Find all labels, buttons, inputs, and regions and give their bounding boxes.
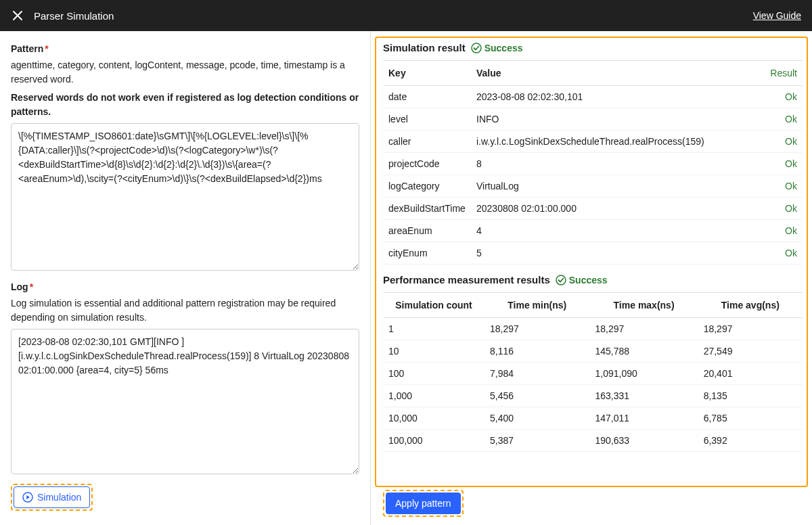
cell-key: cityEnum <box>383 242 471 265</box>
cell-min: 7,984 <box>484 363 589 385</box>
table-row: 1007,9841,091,09020,401 <box>383 363 803 385</box>
cell-count: 1,000 <box>383 385 484 407</box>
check-circle-icon <box>471 43 482 53</box>
table-row: areaEnum4Ok <box>383 220 803 242</box>
pattern-help-text-2: Reserved words do not work even if regis… <box>11 91 359 119</box>
cell-min: 5,387 <box>484 430 589 452</box>
pattern-label-text: Pattern <box>11 43 43 54</box>
cell-result: Ok <box>762 242 803 265</box>
cell-max: 190,633 <box>589 430 698 452</box>
left-pane: Pattern* agenttime, category, content, l… <box>0 31 371 525</box>
performance-result-header: Performance measurement results Success <box>383 274 803 286</box>
th-time-avg: Time avg(ns) <box>698 293 803 318</box>
cell-min: 5,456 <box>484 385 589 407</box>
right-pane: Simulation result Success Key Value Resu… <box>371 31 812 525</box>
cell-min: 5,400 <box>484 407 589 430</box>
cell-key: date <box>383 86 471 108</box>
log-label-text: Log <box>11 281 28 292</box>
required-asterisk: * <box>45 43 48 54</box>
cell-key: caller <box>383 131 471 153</box>
cell-count: 10,000 <box>383 407 484 430</box>
cell-key: level <box>383 108 471 131</box>
required-asterisk: * <box>30 281 33 292</box>
performance-result-title: Performance measurement results <box>383 274 550 286</box>
cell-min: 18,297 <box>484 318 589 340</box>
cell-value: 4 <box>471 220 762 242</box>
cell-key: logCategory <box>383 175 471 198</box>
cell-max: 18,297 <box>589 318 698 340</box>
cell-avg: 6,392 <box>698 430 803 452</box>
pattern-help-text-1: agenttime, category, content, logContent… <box>11 58 359 87</box>
cell-value: INFO <box>471 108 762 131</box>
log-help-text: Log simulation is essential and addition… <box>11 296 359 325</box>
th-value: Value <box>471 61 762 86</box>
cell-value: i.w.y.l.c.LogSinkDexScheduleThread.realP… <box>471 131 762 153</box>
cell-key: projectCode <box>383 153 471 175</box>
cell-count: 10 <box>383 340 484 363</box>
performance-result-table: Simulation count Time min(ns) Time max(n… <box>383 292 803 452</box>
content-area: Pattern* agenttime, category, content, l… <box>0 31 812 525</box>
cell-max: 163,331 <box>589 385 698 407</box>
pattern-textarea[interactable] <box>11 123 359 271</box>
success-label: Success <box>569 275 608 286</box>
cell-key: dexBuildStartTime <box>383 198 471 220</box>
apply-pattern-highlight: Apply pattern <box>383 490 464 517</box>
table-row: 118,29718,29718,297 <box>383 318 803 340</box>
cell-result: Ok <box>762 108 803 131</box>
table-row: levelINFOOk <box>383 108 803 131</box>
cell-count: 100 <box>383 363 484 385</box>
th-result: Result <box>762 61 803 86</box>
cell-avg: 18,297 <box>698 318 803 340</box>
log-textarea[interactable] <box>11 329 359 474</box>
cell-value: 5 <box>471 242 762 265</box>
simulation-result-title: Simulation result <box>383 42 466 53</box>
cell-count: 1 <box>383 318 484 340</box>
apply-pattern-button[interactable]: Apply pattern <box>386 493 461 514</box>
th-key: Key <box>383 61 471 86</box>
cell-avg: 27,549 <box>698 340 803 363</box>
cell-result: Ok <box>762 175 803 198</box>
table-row: calleri.w.y.l.c.LogSinkDexScheduleThread… <box>383 131 803 153</box>
cell-value: 20230808 02:01:00.000 <box>471 198 762 220</box>
table-row: 108,116145,78827,549 <box>383 340 803 363</box>
simulation-button-label: Simulation <box>37 492 81 503</box>
simulation-button[interactable]: Simulation <box>14 486 90 508</box>
cell-result: Ok <box>762 220 803 242</box>
cell-result: Ok <box>762 153 803 175</box>
table-header-row: Simulation count Time min(ns) Time max(n… <box>383 293 803 318</box>
cell-avg: 8,135 <box>698 385 803 407</box>
table-row: 1,0005,456163,3318,135 <box>383 385 803 407</box>
check-circle-icon <box>556 275 566 286</box>
cell-value: VirtualLog <box>471 175 762 198</box>
cell-count: 100,000 <box>383 430 484 452</box>
table-row: projectCode8Ok <box>383 153 803 175</box>
right-footer: Apply pattern <box>383 490 464 517</box>
success-badge: Success <box>471 43 523 53</box>
cell-max: 147,011 <box>589 407 698 430</box>
th-time-min: Time min(ns) <box>484 293 589 318</box>
play-circle-icon <box>22 492 33 503</box>
simulation-button-highlight: Simulation <box>11 484 93 511</box>
svg-point-2 <box>556 275 566 285</box>
close-icon <box>12 9 24 22</box>
header-bar: Parser Simulation View Guide <box>0 0 812 31</box>
success-badge: Success <box>556 275 608 286</box>
close-button[interactable] <box>11 9 24 22</box>
table-row: dexBuildStartTime20230808 02:01:00.000Ok <box>383 198 803 220</box>
cell-value: 8 <box>471 153 762 175</box>
cell-max: 145,788 <box>589 340 698 363</box>
log-label: Log* <box>11 281 359 292</box>
success-label: Success <box>484 43 523 53</box>
performance-table-scroll[interactable]: Simulation count Time min(ns) Time max(n… <box>383 292 803 452</box>
cell-avg: 20,401 <box>698 363 803 385</box>
simulation-result-table: Key Value Result date2023-08-08 02:02:30… <box>383 60 803 265</box>
simulation-table-scroll[interactable]: Key Value Result date2023-08-08 02:02:30… <box>383 60 803 265</box>
cell-min: 8,116 <box>484 340 589 363</box>
table-row: 100,0005,387190,6336,392 <box>383 430 803 452</box>
view-guide-link[interactable]: View Guide <box>753 10 801 21</box>
cell-result: Ok <box>762 198 803 220</box>
cell-result: Ok <box>762 86 803 108</box>
th-sim-count: Simulation count <box>383 293 484 318</box>
cell-avg: 6,785 <box>698 407 803 430</box>
cell-max: 1,091,090 <box>589 363 698 385</box>
